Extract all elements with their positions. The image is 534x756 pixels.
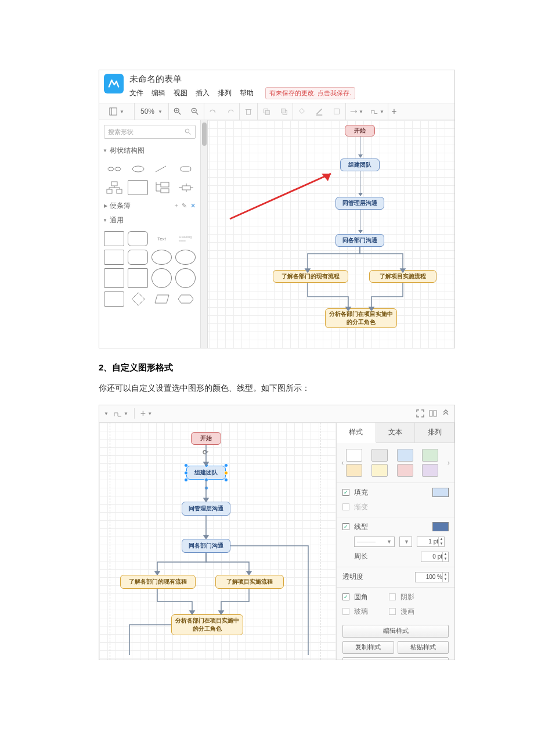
sticky-edit-icon[interactable]: ✎ xyxy=(182,202,187,210)
shape-ellipse[interactable] xyxy=(151,250,172,265)
swatch-prev[interactable]: ‹ xyxy=(341,458,344,467)
shape-tree-7[interactable] xyxy=(151,180,172,195)
delete-button[interactable] xyxy=(240,103,257,120)
waypoint-button[interactable]: ▼ xyxy=(367,103,388,120)
line-style-dropdown2[interactable]: ▼ xyxy=(399,537,412,547)
btn-paste-style[interactable]: 粘贴样式 xyxy=(398,641,449,654)
swatch-orange[interactable] xyxy=(346,464,362,477)
fill-color[interactable] xyxy=(432,488,449,497)
undo-button[interactable] xyxy=(204,103,222,120)
collapse-icon[interactable] xyxy=(442,409,450,417)
panel-general-header[interactable]: ▼通用 xyxy=(99,213,200,228)
fill-color-button[interactable] xyxy=(293,103,311,120)
shape-tree-3[interactable] xyxy=(151,161,172,177)
menu-view[interactable]: 视图 xyxy=(174,88,187,98)
shape-tree-4[interactable] xyxy=(175,161,196,177)
shape-square[interactable] xyxy=(104,268,124,288)
shape-text[interactable]: Text xyxy=(151,231,172,246)
shape-circle2[interactable] xyxy=(175,268,196,288)
add-icon[interactable]: + xyxy=(140,408,146,419)
waypoint-icon[interactable] xyxy=(113,409,122,417)
btn-copy-style[interactable]: 复制样式 xyxy=(342,641,394,654)
chk-fill[interactable]: ✓ xyxy=(342,489,349,496)
panel-sticky-header[interactable]: ▶便条簿 xyxy=(104,201,131,211)
perimeter-input[interactable]: 0 pt▲▼ xyxy=(421,552,449,562)
opacity-input[interactable]: 100 %▲▼ xyxy=(415,572,449,582)
tab-arrange[interactable]: 排列 xyxy=(415,423,454,442)
chk-glass[interactable] xyxy=(342,608,349,615)
shape-rect[interactable] xyxy=(104,231,124,246)
shape-rounded[interactable] xyxy=(128,231,148,246)
shape-hexagon[interactable] xyxy=(175,291,196,307)
document-title[interactable]: 未命名的表单 xyxy=(129,74,355,85)
connection-button[interactable]: ▼ xyxy=(346,103,367,120)
chk-shadow[interactable] xyxy=(389,593,396,600)
add-button[interactable]: + xyxy=(388,103,400,120)
vertical-scrollbar[interactable] xyxy=(201,120,208,348)
swatch-next[interactable]: › xyxy=(448,458,450,467)
node-team[interactable]: 组建团队 xyxy=(340,159,380,171)
shape-rect2[interactable] xyxy=(104,250,124,265)
shape-ellipse2[interactable] xyxy=(175,250,196,265)
tb2-dd1[interactable]: ▼ xyxy=(104,411,109,416)
swatch-green[interactable] xyxy=(422,449,438,462)
menu-edit[interactable]: 编辑 xyxy=(151,88,165,98)
line-color-button[interactable] xyxy=(311,103,328,120)
btn-set-default[interactable]: 设置为默认样式 xyxy=(342,657,449,660)
shape-diamond[interactable] xyxy=(128,291,148,307)
menu-help[interactable]: 帮助 xyxy=(240,88,254,98)
node-analyze[interactable]: 分析各部门在项目实施中的分工角色 xyxy=(325,308,397,328)
canvas[interactable]: 开始 组建团队 同管理层沟通 同各部门沟通 了解各部门的现有流程 了解项目实施流… xyxy=(201,120,454,348)
node-start[interactable]: 开始 xyxy=(345,125,375,136)
chk-comic[interactable] xyxy=(389,608,396,615)
chk-rounded[interactable]: ✓ xyxy=(342,593,349,600)
btn-edit-style[interactable]: 编辑样式 xyxy=(342,625,449,638)
unsaved-notice[interactable]: 有未保存的更改. 点击我保存. xyxy=(265,87,355,99)
swatch-grey[interactable] xyxy=(371,449,388,462)
shadow-button[interactable] xyxy=(328,103,345,120)
canvas2[interactable]: 开始 组建团队 ⟳ 同管理层沟通 同各部门沟通 了解各部门的现有流程 了解项目实… xyxy=(99,423,337,660)
sticky-add-icon[interactable]: + xyxy=(175,202,178,210)
shape-tree-1[interactable] xyxy=(104,161,124,177)
fullscreen-icon[interactable] xyxy=(416,409,424,417)
shape-circle[interactable] xyxy=(151,268,172,288)
sticky-close-icon[interactable]: ✕ xyxy=(190,202,196,210)
node-dept[interactable]: 同各部门沟通 xyxy=(335,234,384,247)
shape-rounded2[interactable] xyxy=(128,250,148,265)
zoom-level[interactable]: 50%▼ xyxy=(135,103,168,120)
shape-rect3[interactable] xyxy=(104,291,124,307)
swatch-white[interactable] xyxy=(346,449,362,462)
tab-style[interactable]: 样式 xyxy=(337,423,376,443)
shape-square2[interactable] xyxy=(128,268,148,288)
search-input[interactable]: 搜索形状 xyxy=(104,125,196,139)
redo-button[interactable] xyxy=(222,103,239,120)
tab-text[interactable]: 文本 xyxy=(376,423,416,442)
panels-icon[interactable] xyxy=(429,409,437,417)
swatch-yellow[interactable] xyxy=(371,464,388,477)
shape-heading[interactable]: Heading━━━ xyxy=(175,231,196,246)
zoom-out-button[interactable] xyxy=(186,103,204,120)
shape-tree-8[interactable] xyxy=(175,180,196,195)
zoom-in-button[interactable] xyxy=(169,103,186,120)
shape-tree-2[interactable] xyxy=(128,161,148,177)
chk-line[interactable]: ✓ xyxy=(342,523,349,530)
swatch-red[interactable] xyxy=(397,464,413,477)
panel-tree-header[interactable]: ▼树状结构图 xyxy=(99,143,200,158)
menu-file[interactable]: 文件 xyxy=(129,88,143,98)
line-width-input[interactable]: 1 pt▲▼ xyxy=(417,537,445,547)
menu-arrange[interactable]: 排列 xyxy=(218,88,232,98)
shape-tree-6[interactable] xyxy=(128,180,148,195)
line-style-dropdown[interactable]: ─────▼ xyxy=(354,537,395,547)
to-back-button[interactable] xyxy=(275,103,293,120)
to-front-button[interactable] xyxy=(258,103,275,120)
node-mgmt[interactable]: 同管理层沟通 xyxy=(335,197,384,210)
layout-icon[interactable] xyxy=(109,107,117,116)
menu-insert[interactable]: 插入 xyxy=(196,88,210,98)
shape-tree-5[interactable] xyxy=(104,180,124,195)
shape-parallel[interactable] xyxy=(151,291,172,307)
line-color[interactable] xyxy=(432,522,449,531)
svg-rect-39 xyxy=(182,186,190,190)
swatch-blue[interactable] xyxy=(397,449,413,462)
swatch-purple[interactable] xyxy=(422,464,438,477)
chk-gradient[interactable] xyxy=(342,503,349,510)
